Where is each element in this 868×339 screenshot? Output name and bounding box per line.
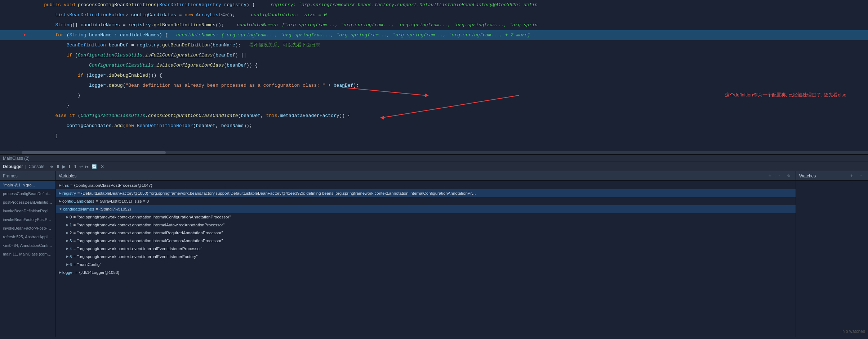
frame-item-3[interactable]: invokeBeanDefinitionRegistryPostPro... bbox=[0, 207, 55, 215]
debug-toolbar-icon-6[interactable]: ↩ bbox=[79, 164, 83, 169]
code-content-1: public void processConfigBeanDefinitions… bbox=[30, 0, 538, 10]
editor-scrollbar-thumb[interactable] bbox=[22, 151, 166, 154]
variables-toolbar: Variables + - ✎ bbox=[56, 171, 796, 181]
frames-label: Frames bbox=[3, 173, 18, 178]
frame-item-8[interactable]: main:11, MainClass (com.tuling.testsp... bbox=[0, 250, 55, 258]
expand-icon-cn-0[interactable]: ▶ bbox=[66, 213, 69, 221]
code-line-2: List<BeanDefinitionHolder> configCandida… bbox=[0, 10, 868, 20]
code-line-1: public void processConfigBeanDefinitions… bbox=[0, 0, 868, 10]
breakpoint-arrow-icon: ➤ bbox=[23, 32, 27, 39]
watches-panel: Watches + - No watches bbox=[796, 171, 868, 337]
debug-toolbar-icon-8[interactable]: 🔄 bbox=[92, 164, 97, 169]
frame-item-1[interactable]: processConfigBeanDefinitions:261, C... bbox=[0, 189, 55, 198]
watch-add-btn[interactable]: + bbox=[848, 172, 856, 180]
annotation-bubble-1: 这个definition作为一个配置类, 已经被处理过了, 故先看else bbox=[725, 92, 846, 98]
expand-icon-cn-6[interactable]: ▶ bbox=[66, 261, 69, 268]
var-row-cn-2[interactable]: ▶ 2 = "org.springframework.context.annot… bbox=[56, 229, 796, 237]
status-bar: https://blog.csdn.net/mlplds bbox=[0, 337, 868, 339]
var-value-cn-4: "org.springframework.context.event.inter… bbox=[77, 245, 202, 252]
code-content-12: else if (ConfigurationClassUtils.checkCo… bbox=[30, 111, 351, 121]
main-class-bar: MainClass (2) bbox=[0, 154, 868, 162]
var-eq-this: = bbox=[70, 182, 73, 189]
var-list[interactable]: ▶ this = {ConfigurationClassPostProcesso… bbox=[56, 181, 796, 337]
var-eq-cn-5: = bbox=[73, 253, 76, 260]
debug-toolbar-icon-5[interactable]: ⬆ bbox=[74, 164, 77, 169]
code-content-7: ConfigurationClassUtils.isLiteConfigurat… bbox=[30, 60, 258, 71]
variables-label: Variables bbox=[59, 173, 76, 178]
frame-item-0[interactable]: "main"@1 in gro... bbox=[0, 181, 55, 189]
expand-icon-cn-3[interactable]: ▶ bbox=[66, 237, 69, 244]
var-value-candidateNames: {String[7]@1052} bbox=[99, 205, 131, 213]
debug-panels: Frames "main"@1 in gro... processConfigB… bbox=[0, 171, 868, 337]
frame-item-6[interactable]: refresh:525, AbstractApplicationConte... bbox=[0, 232, 55, 241]
var-row-cn-6[interactable]: ▶ 6 = "mainConfig" bbox=[56, 261, 796, 268]
code-line-5: BeanDefinition beanDef = registry.getBea… bbox=[0, 40, 868, 50]
frame-item-7[interactable]: <init>:84, AnnotationConfigApplication..… bbox=[0, 241, 55, 250]
frame-item-4[interactable]: invokeBeanFactoryPostProcessors:92, ... bbox=[0, 215, 55, 224]
code-line-6: if (ConfigurationClassUtils.isFullConfig… bbox=[0, 50, 868, 60]
expand-icon-configCandidates[interactable]: ▶ bbox=[59, 198, 62, 205]
var-value-this: {ConfigurationClassPostProcessor@1047} bbox=[74, 182, 152, 189]
code-content-11: } bbox=[30, 101, 69, 111]
code-content-3: String[] candidateNames = registry.getBe… bbox=[30, 20, 538, 30]
expand-icon-this[interactable]: ▶ bbox=[59, 182, 62, 189]
expand-icon-cn-4[interactable]: ▶ bbox=[66, 245, 69, 252]
expand-icon-logger[interactable]: ▶ bbox=[59, 269, 62, 276]
frame-item-5[interactable]: invokeBeanFactoryPostProcessors:87, ... bbox=[0, 224, 55, 232]
var-row-cn-3[interactable]: ▶ 3 = "org.springframework.context.annot… bbox=[56, 237, 796, 245]
code-content-5: BeanDefinition beanDef = registry.getBea… bbox=[30, 40, 320, 50]
var-add-btn[interactable]: + bbox=[766, 172, 774, 180]
code-line-11: } bbox=[0, 101, 868, 111]
var-name-cn-0: 0 bbox=[70, 213, 72, 221]
frame-list[interactable]: "main"@1 in gro... processConfigBeanDefi… bbox=[0, 181, 55, 337]
var-eq-cn-4: = bbox=[73, 245, 76, 252]
code-content-13: configCandidates.add(new BeanDefinitionH… bbox=[30, 121, 252, 131]
expand-icon-cn-2[interactable]: ▶ bbox=[66, 229, 69, 236]
var-eq-cn-2: = bbox=[73, 229, 76, 236]
debug-toolbar-icon-9[interactable]: ✕ bbox=[101, 164, 104, 169]
var-row-cn-1[interactable]: ▶ 1 = "org.springframework.context.annot… bbox=[56, 221, 796, 229]
var-eq-cn-6: = bbox=[73, 261, 76, 268]
var-eq-cn-0: = bbox=[73, 213, 76, 221]
var-row-configCandidates[interactable]: ▶ configCandidates = {ArrayList@1051} si… bbox=[56, 197, 796, 205]
code-content-4: for (String beanName : candidateNames) {… bbox=[30, 30, 530, 40]
var-row-logger[interactable]: ▶ logger = {Jdk14Logger@1053} bbox=[56, 268, 796, 276]
var-eq-candidateNames: = bbox=[95, 205, 98, 213]
var-row-this[interactable]: ▶ this = {ConfigurationClassPostProcesso… bbox=[56, 181, 796, 189]
var-row-cn-4[interactable]: ▶ 4 = "org.springframework.context.event… bbox=[56, 245, 796, 253]
var-value-cn-3: "org.springframework.context.annotation.… bbox=[77, 237, 223, 244]
debug-toolbar-icon-3[interactable]: ▶ bbox=[62, 164, 66, 169]
debugger-tab-label[interactable]: Debugger bbox=[3, 164, 23, 169]
debug-toolbar-icon-2[interactable]: ⏸ bbox=[56, 164, 60, 169]
console-tab-label[interactable]: Console bbox=[28, 164, 44, 169]
code-lines: public void processConfigBeanDefinitions… bbox=[0, 0, 868, 141]
debug-toolbar-icon-4[interactable]: ⬇ bbox=[68, 164, 71, 169]
var-eq-registry: = bbox=[77, 190, 80, 197]
code-editor: public void processConfigBeanDefinitions… bbox=[0, 0, 868, 151]
expand-icon-candidateNames[interactable]: ▼ bbox=[59, 205, 62, 213]
var-remove-btn[interactable]: - bbox=[775, 172, 783, 180]
var-name-logger: logger bbox=[62, 269, 74, 276]
frames-panel-header: Frames bbox=[0, 171, 55, 181]
debug-toolbar-icon-7[interactable]: ⏭ bbox=[85, 164, 89, 169]
var-row-cn-5[interactable]: ▶ 5 = "org.springframework.context.event… bbox=[56, 253, 796, 261]
debug-toolbar-icon-1[interactable]: ⏮ bbox=[49, 164, 54, 169]
variables-panel: Variables + - ✎ ▶ this = {ConfigurationC… bbox=[56, 171, 796, 337]
expand-icon-registry[interactable]: ▶ bbox=[59, 190, 62, 197]
var-name-cn-5: 5 bbox=[70, 253, 72, 260]
expand-icon-cn-5[interactable]: ▶ bbox=[66, 253, 69, 260]
var-value-cn-2: "org.springframework.context.annotation.… bbox=[77, 229, 223, 236]
code-content-2: List<BeanDefinitionHolder> configCandida… bbox=[30, 10, 327, 20]
no-watches-label: No watches bbox=[842, 329, 865, 334]
var-row-cn-0[interactable]: ▶ 0 = "org.springframework.context.annot… bbox=[56, 213, 796, 221]
var-row-registry[interactable]: ▶ registry = {DefaultListableBeanFactory… bbox=[56, 189, 796, 197]
var-edit-btn[interactable]: ✎ bbox=[785, 172, 793, 180]
editor-scrollbar[interactable] bbox=[0, 151, 868, 154]
var-value-cn-6: "mainConfig" bbox=[77, 261, 101, 268]
var-row-candidateNames[interactable]: ▼ candidateNames = {String[7]@1052} bbox=[56, 205, 796, 213]
var-name-cn-6: 6 bbox=[70, 261, 72, 268]
frame-item-2[interactable]: postProcessBeanDefinitionRegistry:22... bbox=[0, 198, 55, 207]
expand-icon-cn-1[interactable]: ▶ bbox=[66, 221, 69, 229]
main-class-label: MainClass (2) bbox=[3, 156, 30, 161]
watch-remove-btn[interactable]: - bbox=[857, 172, 865, 180]
